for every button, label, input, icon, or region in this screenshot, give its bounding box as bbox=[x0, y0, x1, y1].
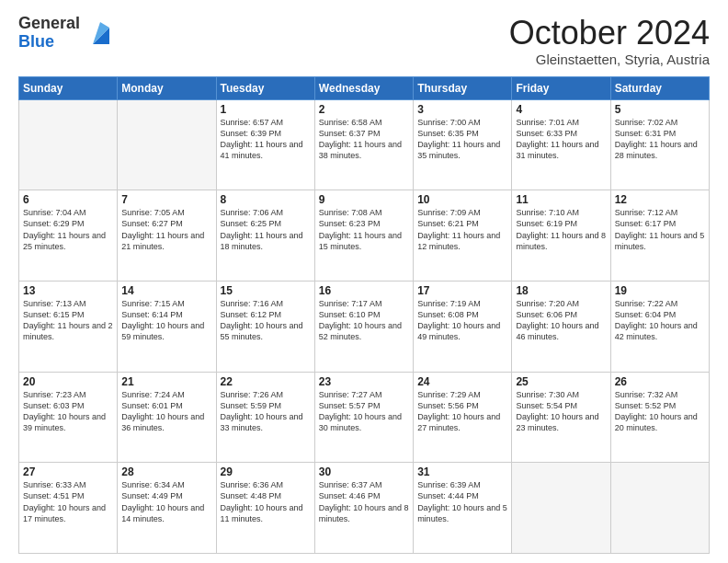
day-info: Sunrise: 6:39 AM Sunset: 4:44 PM Dayligh… bbox=[417, 479, 507, 524]
day-info: Sunrise: 7:20 AM Sunset: 6:06 PM Dayligh… bbox=[516, 298, 606, 343]
day-number: 29 bbox=[221, 465, 311, 478]
col-friday: Friday bbox=[512, 76, 610, 99]
day-number: 22 bbox=[221, 375, 311, 388]
month-title: October 2024 bbox=[509, 15, 710, 52]
day-info: Sunrise: 7:10 AM Sunset: 6:19 PM Dayligh… bbox=[516, 207, 606, 252]
day-info: Sunrise: 7:32 AM Sunset: 5:52 PM Dayligh… bbox=[615, 389, 705, 434]
day-number: 9 bbox=[319, 193, 409, 206]
day-number: 18 bbox=[516, 284, 606, 297]
day-info: Sunrise: 7:09 AM Sunset: 6:21 PM Dayligh… bbox=[417, 207, 507, 252]
calendar-cell: 13Sunrise: 7:13 AM Sunset: 6:15 PM Dayli… bbox=[19, 281, 118, 372]
day-info: Sunrise: 7:23 AM Sunset: 6:03 PM Dayligh… bbox=[23, 389, 113, 434]
calendar-cell bbox=[19, 99, 118, 190]
calendar-cell: 23Sunrise: 7:27 AM Sunset: 5:57 PM Dayli… bbox=[314, 372, 413, 463]
calendar-cell bbox=[610, 463, 709, 554]
calendar-cell: 21Sunrise: 7:24 AM Sunset: 6:01 PM Dayli… bbox=[118, 372, 216, 463]
day-info: Sunrise: 7:02 AM Sunset: 6:31 PM Dayligh… bbox=[615, 117, 705, 162]
day-number: 16 bbox=[319, 284, 409, 297]
day-number: 20 bbox=[23, 375, 113, 388]
calendar-cell: 9Sunrise: 7:08 AM Sunset: 6:23 PM Daylig… bbox=[314, 190, 413, 282]
day-info: Sunrise: 6:37 AM Sunset: 4:46 PM Dayligh… bbox=[319, 479, 409, 524]
calendar-cell bbox=[118, 99, 216, 190]
day-info: Sunrise: 7:22 AM Sunset: 6:04 PM Dayligh… bbox=[615, 298, 705, 343]
calendar-cell: 22Sunrise: 7:26 AM Sunset: 5:59 PM Dayli… bbox=[216, 372, 314, 463]
logo-icon bbox=[84, 18, 113, 48]
day-info: Sunrise: 6:58 AM Sunset: 6:37 PM Dayligh… bbox=[319, 117, 409, 162]
col-thursday: Thursday bbox=[414, 76, 512, 99]
calendar-cell: 11Sunrise: 7:10 AM Sunset: 6:19 PM Dayli… bbox=[512, 190, 610, 282]
day-info: Sunrise: 7:08 AM Sunset: 6:23 PM Dayligh… bbox=[319, 207, 409, 252]
day-number: 7 bbox=[121, 193, 211, 206]
calendar-cell: 17Sunrise: 7:19 AM Sunset: 6:08 PM Dayli… bbox=[414, 281, 512, 372]
day-info: Sunrise: 7:12 AM Sunset: 6:17 PM Dayligh… bbox=[615, 207, 705, 252]
day-info: Sunrise: 7:06 AM Sunset: 6:25 PM Dayligh… bbox=[221, 207, 311, 252]
day-info: Sunrise: 7:17 AM Sunset: 6:10 PM Dayligh… bbox=[319, 298, 409, 343]
calendar-cell: 1Sunrise: 6:57 AM Sunset: 6:39 PM Daylig… bbox=[216, 99, 314, 190]
day-info: Sunrise: 7:05 AM Sunset: 6:27 PM Dayligh… bbox=[121, 207, 211, 252]
day-info: Sunrise: 7:29 AM Sunset: 5:56 PM Dayligh… bbox=[417, 389, 507, 434]
day-info: Sunrise: 6:33 AM Sunset: 4:51 PM Dayligh… bbox=[23, 479, 113, 524]
day-number: 8 bbox=[221, 193, 311, 206]
day-number: 30 bbox=[319, 465, 409, 478]
calendar-cell: 20Sunrise: 7:23 AM Sunset: 6:03 PM Dayli… bbox=[19, 372, 118, 463]
col-wednesday: Wednesday bbox=[314, 76, 413, 99]
day-info: Sunrise: 6:57 AM Sunset: 6:39 PM Dayligh… bbox=[221, 117, 311, 162]
calendar-cell: 30Sunrise: 6:37 AM Sunset: 4:46 PM Dayli… bbox=[314, 463, 413, 554]
day-info: Sunrise: 7:27 AM Sunset: 5:57 PM Dayligh… bbox=[319, 389, 409, 434]
calendar-week-3: 20Sunrise: 7:23 AM Sunset: 6:03 PM Dayli… bbox=[19, 372, 710, 463]
calendar-cell: 12Sunrise: 7:12 AM Sunset: 6:17 PM Dayli… bbox=[610, 190, 709, 282]
calendar-cell: 4Sunrise: 7:01 AM Sunset: 6:33 PM Daylig… bbox=[512, 99, 610, 190]
calendar-cell: 10Sunrise: 7:09 AM Sunset: 6:21 PM Dayli… bbox=[414, 190, 512, 282]
col-saturday: Saturday bbox=[610, 76, 709, 99]
col-tuesday: Tuesday bbox=[216, 76, 314, 99]
calendar-cell: 15Sunrise: 7:16 AM Sunset: 6:12 PM Dayli… bbox=[216, 281, 314, 372]
calendar-cell: 27Sunrise: 6:33 AM Sunset: 4:51 PM Dayli… bbox=[19, 463, 118, 554]
day-number: 11 bbox=[516, 193, 606, 206]
calendar-cell: 29Sunrise: 6:36 AM Sunset: 4:48 PM Dayli… bbox=[216, 463, 314, 554]
calendar-cell: 18Sunrise: 7:20 AM Sunset: 6:06 PM Dayli… bbox=[512, 281, 610, 372]
page: General Blue October 2024 Gleinstaetten,… bbox=[0, 0, 728, 563]
day-info: Sunrise: 7:04 AM Sunset: 6:29 PM Dayligh… bbox=[23, 207, 113, 252]
calendar-table: Sunday Monday Tuesday Wednesday Thursday… bbox=[18, 76, 710, 554]
calendar-week-1: 6Sunrise: 7:04 AM Sunset: 6:29 PM Daylig… bbox=[19, 190, 710, 282]
day-number: 25 bbox=[516, 375, 606, 388]
calendar-cell: 5Sunrise: 7:02 AM Sunset: 6:31 PM Daylig… bbox=[610, 99, 709, 190]
day-info: Sunrise: 7:24 AM Sunset: 6:01 PM Dayligh… bbox=[121, 389, 211, 434]
day-number: 31 bbox=[417, 465, 507, 478]
day-info: Sunrise: 7:19 AM Sunset: 6:08 PM Dayligh… bbox=[417, 298, 507, 343]
calendar-cell: 14Sunrise: 7:15 AM Sunset: 6:14 PM Dayli… bbox=[118, 281, 216, 372]
day-number: 14 bbox=[121, 284, 211, 297]
day-number: 10 bbox=[417, 193, 507, 206]
day-number: 13 bbox=[23, 284, 113, 297]
calendar-week-2: 13Sunrise: 7:13 AM Sunset: 6:15 PM Dayli… bbox=[19, 281, 710, 372]
calendar-cell: 26Sunrise: 7:32 AM Sunset: 5:52 PM Dayli… bbox=[610, 372, 709, 463]
day-number: 26 bbox=[615, 375, 705, 388]
calendar-cell bbox=[512, 463, 610, 554]
logo-blue: Blue bbox=[18, 33, 80, 52]
col-monday: Monday bbox=[118, 76, 216, 99]
day-number: 17 bbox=[417, 284, 507, 297]
day-number: 12 bbox=[615, 193, 705, 206]
day-number: 21 bbox=[121, 375, 211, 388]
calendar-cell: 31Sunrise: 6:39 AM Sunset: 4:44 PM Dayli… bbox=[414, 463, 512, 554]
day-number: 27 bbox=[23, 465, 113, 478]
calendar-cell: 19Sunrise: 7:22 AM Sunset: 6:04 PM Dayli… bbox=[610, 281, 709, 372]
day-number: 19 bbox=[615, 284, 705, 297]
day-info: Sunrise: 7:00 AM Sunset: 6:35 PM Dayligh… bbox=[417, 117, 507, 162]
day-number: 24 bbox=[417, 375, 507, 388]
day-info: Sunrise: 7:30 AM Sunset: 5:54 PM Dayligh… bbox=[516, 389, 606, 434]
day-info: Sunrise: 7:01 AM Sunset: 6:33 PM Dayligh… bbox=[516, 117, 606, 162]
col-sunday: Sunday bbox=[19, 76, 118, 99]
calendar-cell: 25Sunrise: 7:30 AM Sunset: 5:54 PM Dayli… bbox=[512, 372, 610, 463]
title-block: October 2024 Gleinstaetten, Styria, Aust… bbox=[509, 15, 710, 67]
day-info: Sunrise: 7:16 AM Sunset: 6:12 PM Dayligh… bbox=[221, 298, 311, 343]
day-number: 15 bbox=[221, 284, 311, 297]
calendar-week-4: 27Sunrise: 6:33 AM Sunset: 4:51 PM Dayli… bbox=[19, 463, 710, 554]
day-number: 4 bbox=[516, 103, 606, 116]
day-info: Sunrise: 7:26 AM Sunset: 5:59 PM Dayligh… bbox=[221, 389, 311, 434]
calendar-header-row: Sunday Monday Tuesday Wednesday Thursday… bbox=[19, 76, 710, 99]
day-number: 23 bbox=[319, 375, 409, 388]
logo-general: General bbox=[18, 15, 80, 33]
day-number: 2 bbox=[319, 103, 409, 116]
day-number: 3 bbox=[417, 103, 507, 116]
